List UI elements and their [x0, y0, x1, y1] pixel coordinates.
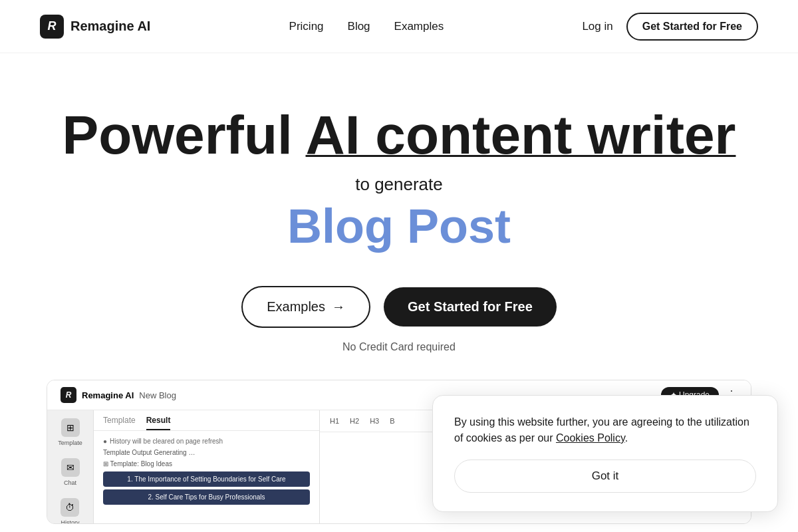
- logo[interactable]: R Remagine AI: [40, 15, 150, 39]
- login-button[interactable]: Log in: [582, 20, 612, 33]
- toolbar-bold[interactable]: B: [386, 416, 398, 426]
- nav: Pricing Blog Examples: [289, 20, 444, 33]
- header: R Remagine AI Pricing Blog Examples Log …: [0, 0, 798, 53]
- tab-result[interactable]: Result: [146, 416, 171, 430]
- app-logo: R Remagine AI New Blog: [61, 387, 176, 403]
- hero-subtitle: to generate: [355, 174, 443, 195]
- panel-content: ● History will be cleared on page refres…: [94, 431, 319, 514]
- examples-arrow: →: [332, 299, 345, 315]
- panel-info: ● History will be cleared on page refres…: [103, 438, 310, 445]
- logo-icon: R: [40, 15, 64, 39]
- cookie-text: By using this website further, you are a…: [454, 414, 756, 446]
- hero-title-part1: Powerful: [63, 104, 306, 165]
- app-logo-icon: R: [61, 387, 76, 403]
- chat-icon: ✉: [61, 458, 80, 477]
- examples-button[interactable]: Examples →: [241, 286, 370, 328]
- get-started-button[interactable]: Get Started for Free: [384, 287, 557, 327]
- cta-buttons: Examples → Get Started for Free: [241, 286, 557, 328]
- sidebar-chat-label: Chat: [64, 479, 76, 486]
- header-cta-button[interactable]: Get Started for Free: [626, 13, 758, 41]
- examples-label: Examples: [267, 299, 325, 315]
- toolbar-h3[interactable]: H3: [366, 416, 382, 426]
- info-dot: ●: [103, 438, 107, 445]
- sidebar-item-chat[interactable]: ✉ Chat: [61, 458, 80, 486]
- app-left-panel: Template Result ● History will be cleare…: [94, 410, 320, 523]
- sidebar-history-label: History: [61, 519, 79, 524]
- history-icon: ⏱: [61, 498, 79, 517]
- panel-tabs: Template Result: [94, 410, 319, 431]
- panel-row: Template Output Generating …: [103, 449, 310, 456]
- nav-pricing[interactable]: Pricing: [289, 20, 324, 33]
- nav-blog[interactable]: Blog: [348, 20, 370, 33]
- list-item-1: 1. The Importance of Setting Boundaries …: [103, 471, 310, 487]
- list-item-2: 2. Self Care Tips for Busy Professionals: [103, 489, 310, 505]
- cookie-text-part2: .: [625, 432, 628, 444]
- app-tab: New Blog: [139, 390, 176, 400]
- cookie-banner: By using this website further, you are a…: [432, 395, 778, 512]
- toolbar-h2[interactable]: H2: [346, 416, 362, 426]
- nav-examples[interactable]: Examples: [394, 20, 444, 33]
- nav-actions: Log in Get Started for Free: [582, 13, 758, 41]
- no-credit-text: No Credit Card required: [342, 341, 456, 353]
- app-sidebar: ⊞ Template ✉ Chat ⏱ History: [47, 410, 94, 523]
- hero-type: Blog Post: [287, 200, 511, 253]
- tab-template[interactable]: Template: [103, 416, 136, 430]
- sidebar-item-history[interactable]: ⏱ History: [61, 498, 79, 524]
- got-it-button[interactable]: Got it: [454, 460, 756, 493]
- app-logo-text: Remagine AI: [82, 390, 134, 400]
- template-label: ⊞ Template: Blog Ideas: [103, 460, 310, 467]
- sidebar-item-template[interactable]: ⊞ Template: [58, 418, 82, 446]
- toolbar-h1[interactable]: H1: [327, 416, 342, 426]
- sidebar-template-label: Template: [58, 440, 82, 446]
- hero-title-part2: AI content writer: [306, 104, 736, 165]
- logo-text: Remagine AI: [70, 19, 150, 34]
- info-text: History will be cleared on page refresh: [110, 438, 223, 445]
- template-icon: ⊞: [61, 418, 80, 437]
- row-text: Template Output Generating …: [103, 449, 195, 456]
- hero-title: Powerful AI content writer: [63, 106, 736, 164]
- cookie-policy-link[interactable]: Cookies Policy: [556, 432, 625, 444]
